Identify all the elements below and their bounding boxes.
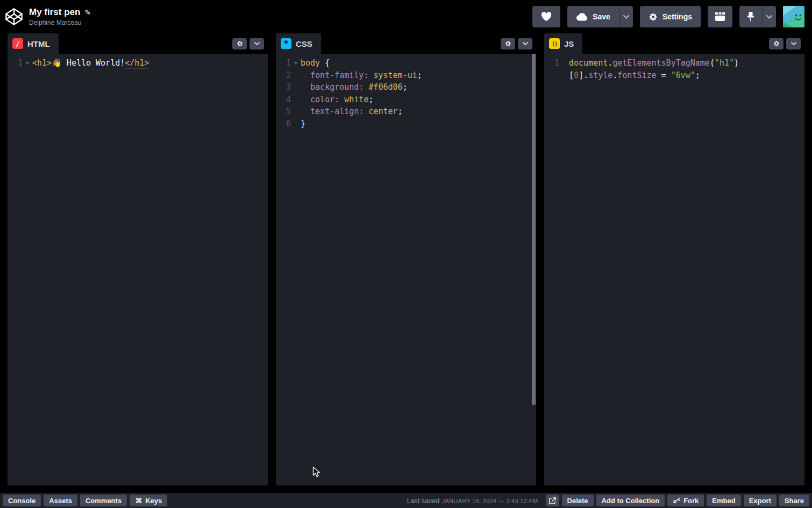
code-text: font-family: system-ui; bbox=[301, 69, 536, 82]
fold-gutter bbox=[291, 81, 301, 94]
js-code-area[interactable]: 1document.getElementsByTagName("h1")[0].… bbox=[544, 54, 804, 485]
save-dropdown-button[interactable] bbox=[619, 6, 633, 27]
delete-button[interactable]: Delete bbox=[562, 495, 594, 506]
line-number: 6 bbox=[276, 118, 291, 130]
line-number: 3 bbox=[276, 81, 291, 94]
tab-css[interactable]: * CSS bbox=[276, 33, 321, 54]
change-view-button[interactable] bbox=[708, 6, 732, 27]
add-to-collection-label: Add to Collection bbox=[602, 497, 660, 505]
top-actions: Save Settings bbox=[532, 6, 804, 27]
footer-right: Last saved JANUARY 18, 2024 — 2:43:12 PM… bbox=[407, 495, 809, 506]
edit-pen-icon[interactable]: ✎ bbox=[84, 9, 91, 16]
gear-icon bbox=[237, 40, 243, 47]
code-line[interactable]: 1document.getElementsByTagName("h1") bbox=[544, 57, 804, 69]
export-label: Export bbox=[749, 497, 771, 505]
gear-icon bbox=[505, 40, 511, 47]
fold-arrow-icon[interactable] bbox=[291, 57, 301, 69]
assets-button[interactable]: Assets bbox=[44, 495, 77, 506]
fold-gutter bbox=[291, 105, 301, 118]
line-number: 1 bbox=[544, 57, 559, 69]
codepen-editor: My first pen ✎ Delphine Marceau Save bbox=[0, 0, 812, 508]
tab-html[interactable]: / HTML bbox=[8, 33, 59, 54]
comments-button[interactable]: Comments bbox=[80, 495, 127, 506]
html-code-area[interactable]: 1<h1>👋 Hello World!</h1> bbox=[8, 54, 268, 485]
brand: My first pen ✎ Delphine Marceau bbox=[4, 7, 91, 26]
html-editor-settings-button[interactable] bbox=[232, 38, 247, 50]
css-code-area[interactable]: 1body {2 font-family: system-ui;3 backgr… bbox=[276, 54, 536, 485]
embed-button[interactable]: Embed bbox=[707, 495, 740, 506]
gear-icon bbox=[773, 40, 780, 47]
comments-label: Comments bbox=[86, 497, 122, 505]
console-button[interactable]: Console bbox=[3, 495, 41, 506]
footer-bar: Console Assets Comments ⌘ Keys Last save… bbox=[0, 493, 812, 508]
fork-button[interactable]: Fork bbox=[667, 495, 704, 506]
css-editor-settings-button[interactable] bbox=[501, 38, 515, 50]
chevron-down-icon bbox=[766, 15, 772, 19]
editor-pane-js: () JS 1document.getElementsByTagName("h1… bbox=[544, 33, 804, 485]
add-to-collection-button[interactable]: Add to Collection bbox=[596, 495, 665, 506]
codepen-logo-icon[interactable] bbox=[4, 7, 24, 26]
js-editor-collapse-button[interactable] bbox=[786, 38, 801, 50]
export-button[interactable]: Export bbox=[744, 495, 777, 506]
editor-pane-html: / HTML 1<h1>👋 Hello World!</h1> bbox=[8, 33, 268, 485]
assets-label: Assets bbox=[49, 497, 72, 505]
html-editor-actions bbox=[232, 33, 268, 54]
code-text: <h1>👋 Hello World!</h1> bbox=[32, 57, 268, 69]
last-saved-status: Last saved JANUARY 18, 2024 — 2:43:12 PM bbox=[407, 496, 538, 505]
js-editor-header: () JS bbox=[544, 33, 804, 54]
line-number: 1 bbox=[8, 57, 23, 69]
save-button[interactable]: Save bbox=[567, 6, 619, 27]
code-line[interactable]: [0].style.fontSize = "6vw"; bbox=[544, 69, 804, 82]
code-text: body { bbox=[301, 57, 536, 69]
console-label: Console bbox=[8, 497, 35, 505]
last-saved-label: Last saved bbox=[407, 497, 439, 505]
line-number: 4 bbox=[276, 94, 291, 106]
open-live-view-button[interactable] bbox=[546, 495, 559, 506]
code-line[interactable]: 1<h1>👋 Hello World!</h1> bbox=[8, 57, 268, 69]
line-number: 5 bbox=[276, 105, 291, 118]
css-icon: * bbox=[281, 38, 291, 49]
heart-icon bbox=[541, 12, 552, 22]
code-line[interactable]: 2 font-family: system-ui; bbox=[276, 69, 536, 82]
css-editor-collapse-button[interactable] bbox=[518, 38, 532, 50]
html-editor-collapse-button[interactable] bbox=[250, 38, 264, 50]
save-button-group: Save bbox=[567, 6, 633, 27]
js-editor-settings-button[interactable] bbox=[769, 38, 783, 50]
code-line[interactable]: 6} bbox=[276, 118, 536, 130]
fold-gutter bbox=[559, 57, 569, 69]
code-text: color: white; bbox=[301, 94, 536, 106]
fork-icon bbox=[673, 498, 680, 504]
tab-label-html: HTML bbox=[27, 39, 50, 48]
tab-js[interactable]: () JS bbox=[544, 33, 582, 54]
code-line[interactable]: 4 color: white; bbox=[276, 94, 536, 106]
pin-button[interactable] bbox=[739, 6, 762, 27]
cloud-icon bbox=[576, 13, 588, 21]
chevron-down-icon bbox=[523, 42, 528, 45]
code-line[interactable]: 3 background: #f06d06; bbox=[276, 81, 536, 94]
fold-gutter bbox=[291, 118, 301, 130]
code-text: } bbox=[301, 118, 536, 130]
pen-author: Delphine Marceau bbox=[29, 19, 91, 26]
delete-label: Delete bbox=[567, 497, 588, 505]
pin-dropdown-button[interactable] bbox=[762, 6, 776, 27]
share-button[interactable]: Share bbox=[779, 495, 809, 506]
editor-pane-css: * CSS 1body {2 font-family: system-ui;3 … bbox=[276, 33, 536, 485]
last-saved-date: JANUARY 18, 2024 — 2:43:12 PM bbox=[442, 498, 538, 504]
code-text: text-align: center; bbox=[301, 105, 536, 118]
js-icon: () bbox=[549, 38, 560, 49]
code-line[interactable]: 5 text-align: center; bbox=[276, 105, 536, 118]
settings-button[interactable]: Settings bbox=[640, 6, 701, 27]
keys-button[interactable]: ⌘ Keys bbox=[130, 495, 167, 506]
avatar[interactable] bbox=[783, 6, 804, 27]
like-button[interactable] bbox=[532, 6, 560, 27]
html-icon: / bbox=[12, 38, 23, 49]
css-scrollbar[interactable] bbox=[532, 54, 536, 405]
code-text: [0].style.fontSize = "6vw"; bbox=[569, 69, 804, 82]
html-editor-header: / HTML bbox=[8, 33, 268, 54]
code-line[interactable]: 1body { bbox=[276, 57, 536, 69]
pen-title: My first pen bbox=[29, 7, 80, 18]
footer-left: Console Assets Comments ⌘ Keys bbox=[3, 495, 167, 506]
fold-arrow-icon[interactable] bbox=[23, 57, 32, 69]
layout-icon bbox=[715, 12, 725, 21]
fork-label: Fork bbox=[683, 497, 699, 505]
